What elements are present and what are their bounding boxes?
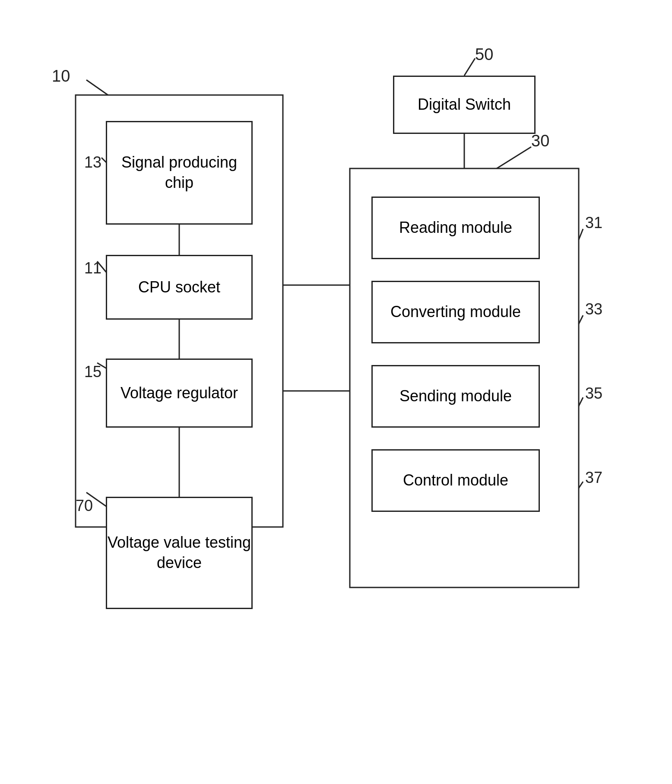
box-reading-module: Reading module [371, 197, 540, 259]
label-33: 33 [585, 300, 602, 318]
label-37: 37 [585, 469, 602, 487]
box-voltage-test: Voltage value testing device [106, 497, 253, 609]
box-sending-module: Sending module [371, 365, 540, 428]
box-converting-module: Converting module [371, 281, 540, 343]
label-50: 50 [475, 45, 493, 64]
box-digital-switch: Digital Switch [393, 76, 536, 134]
label-11: 11 [84, 259, 101, 277]
box-voltage-reg: Voltage regulator [106, 359, 253, 428]
label-10: 10 [52, 67, 70, 86]
connection-lines [0, 0, 672, 784]
box-signal-chip: Signal producing chip [106, 121, 253, 225]
label-13: 13 [84, 153, 101, 171]
label-31: 31 [585, 214, 602, 232]
box-cpu-socket: CPU socket [106, 255, 253, 320]
diagram: 10 Signal producing chip 13 CPU socket 1… [0, 0, 672, 784]
box-control-module: Control module [371, 449, 540, 512]
label-15: 15 [84, 363, 101, 381]
label-70: 70 [76, 497, 93, 515]
label-35: 35 [585, 384, 602, 403]
label-30: 30 [531, 132, 549, 150]
